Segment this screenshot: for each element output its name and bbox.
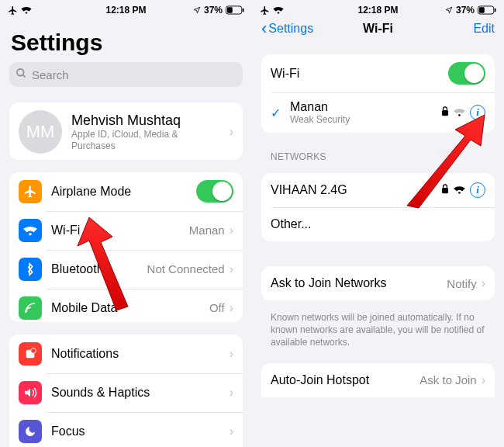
row-label: Auto-Join Hotspot <box>271 373 369 387</box>
screen-settings: 12:18 PM 37% Settings Search MM Mehvish … <box>0 0 252 447</box>
notifications-icon <box>19 342 42 366</box>
chevron-right-icon: › <box>230 125 233 139</box>
search-icon <box>16 68 32 81</box>
network-name: VIHAAN 2.4G <box>271 183 347 197</box>
row-label: Bluetooth <box>51 262 104 276</box>
network-security: Weak Security <box>290 114 350 125</box>
other-network-row[interactable]: Other... <box>261 207 495 241</box>
info-icon[interactable]: i <box>470 105 485 120</box>
nav-bar: ‹ Settings Wi-Fi Edit <box>252 16 504 40</box>
row-sounds[interactable]: Sounds & Haptics › <box>9 373 243 412</box>
checkmark-icon: ✓ <box>271 106 281 120</box>
row-label: Notifications <box>51 347 119 361</box>
row-label: Focus <box>51 424 85 438</box>
row-value: Off <box>209 301 225 314</box>
signal-icon <box>454 106 465 120</box>
chevron-right-icon: › <box>230 262 233 276</box>
svg-point-3 <box>17 69 24 76</box>
info-icon[interactable]: i <box>470 182 485 198</box>
search-field[interactable]: Search <box>9 62 243 87</box>
row-label: Wi-Fi <box>271 67 299 81</box>
status-bar: 12:18 PM 37% <box>252 0 504 16</box>
chevron-left-icon: ‹ <box>261 23 267 34</box>
chevron-right-icon: › <box>482 276 485 290</box>
row-wifi[interactable]: Wi-Fi Manan › <box>9 211 243 250</box>
page-title: Settings <box>0 16 252 62</box>
svg-line-4 <box>22 74 25 77</box>
wifi-settings-icon <box>19 219 42 242</box>
lock-icon <box>441 183 449 197</box>
row-value: Manan <box>189 224 225 237</box>
row-value: Not Connected <box>147 262 225 275</box>
apple-id-row[interactable]: MM Mehvish Mushtaq Apple ID, iCloud, Med… <box>9 102 243 160</box>
row-notifications[interactable]: Notifications › <box>9 334 243 373</box>
network-row[interactable]: VIHAAN 2.4G i <box>261 173 495 207</box>
network-name: Manan <box>290 100 350 114</box>
avatar: MM <box>19 110 62 154</box>
chevron-right-icon: › <box>230 386 233 400</box>
auto-join-hotspot-row[interactable]: Auto-Join Hotspot Ask to Join › <box>261 363 495 397</box>
profile-detail: Apple ID, iCloud, Media & Purchases <box>71 129 211 151</box>
status-bar: 12:18 PM 37% <box>0 0 252 16</box>
row-mobile-data[interactable]: Mobile Data Off › <box>9 289 243 322</box>
screen-wifi: 12:18 PM 37% ‹ Settings Wi-Fi Edit Wi-Fi… <box>252 0 504 447</box>
search-placeholder: Search <box>32 68 69 81</box>
row-value: Notify <box>447 277 476 290</box>
profile-name: Mehvish Mushtaq <box>71 113 211 129</box>
row-bluetooth[interactable]: Bluetooth Not Connected › <box>9 250 243 289</box>
svg-rect-10 <box>442 110 448 116</box>
row-label: Sounds & Haptics <box>51 386 150 400</box>
mobile-data-icon <box>19 296 42 320</box>
row-label: Airplane Mode <box>51 185 131 199</box>
row-airplane-mode[interactable]: Airplane Mode <box>9 172 243 211</box>
row-label: Mobile Data <box>51 301 117 315</box>
status-time: 12:18 PM <box>252 5 504 16</box>
chevron-right-icon: › <box>230 224 233 237</box>
chevron-right-icon: › <box>482 373 485 387</box>
ask-footer: Known networks will be joined automatica… <box>252 307 504 349</box>
row-value: Ask to Join <box>419 373 476 386</box>
row-label: Ask to Join Networks <box>271 276 386 290</box>
networks-header: NETWORKS <box>252 139 504 167</box>
chevron-right-icon: › <box>230 347 233 361</box>
back-button[interactable]: ‹ Settings <box>261 22 313 36</box>
sounds-icon <box>19 381 42 404</box>
focus-icon <box>19 420 42 443</box>
wifi-toggle-row: Wi-Fi <box>261 54 495 92</box>
wifi-toggle[interactable] <box>448 62 485 85</box>
status-time: 12:18 PM <box>0 5 252 16</box>
chevron-right-icon: › <box>230 424 233 438</box>
connected-network-row[interactable]: ✓ Manan Weak Security i <box>261 92 495 133</box>
edit-button[interactable]: Edit <box>473 22 495 36</box>
svg-rect-11 <box>442 188 448 193</box>
signal-icon <box>454 183 465 197</box>
row-label: Wi-Fi <box>51 224 80 237</box>
svg-point-6 <box>31 348 36 354</box>
ask-to-join-row[interactable]: Ask to Join Networks Notify › <box>261 266 495 300</box>
airplane-toggle[interactable] <box>196 180 233 203</box>
row-label: Other... <box>271 217 311 231</box>
lock-icon <box>441 106 449 120</box>
back-label: Settings <box>268 22 313 36</box>
bluetooth-icon <box>19 258 42 281</box>
chevron-right-icon: › <box>230 301 233 315</box>
airplane-mode-icon <box>19 180 42 203</box>
row-focus[interactable]: Focus › <box>9 412 243 447</box>
